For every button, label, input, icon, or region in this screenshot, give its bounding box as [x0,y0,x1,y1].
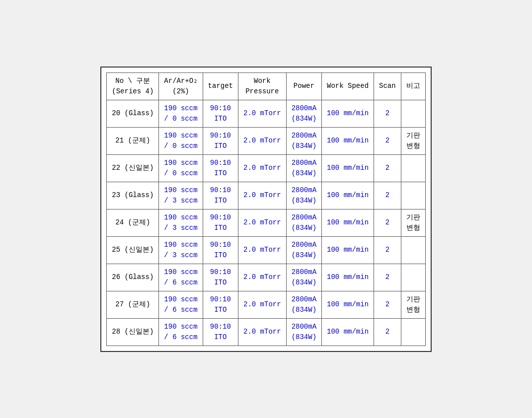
cell-power: 2800mA(834W) [286,318,321,346]
header-pressure: WorkPressure [238,72,287,100]
cell-power: 2800mA(834W) [286,209,321,236]
cell-target: 90:10ITO [203,209,238,236]
cell-note [401,264,425,291]
cell-note: 기판 변형 [401,127,425,154]
cell-speed: 100 mm/min [322,182,374,209]
cell-scan: 2 [374,236,401,264]
cell-scan: 2 [374,182,401,209]
cell-note [401,182,425,209]
cell-scan: 2 [374,264,401,291]
cell-no: 26 (Glass) [107,264,159,291]
cell-target: 90:10ITO [203,182,238,209]
cell-no: 21 (군제) [107,127,159,154]
cell-speed: 100 mm/min [322,154,374,182]
cell-speed: 100 mm/min [322,127,374,154]
cell-speed: 100 mm/min [322,236,374,264]
cell-pressure: 2.0 mTorr [238,291,287,318]
table-row: 25 (신일본)190 sccm/ 3 sccm90:10ITO2.0 mTor… [107,236,425,264]
cell-scan: 2 [374,127,401,154]
cell-note: 기판 변형 [401,209,425,236]
cell-pressure: 2.0 mTorr [238,264,287,291]
header-scan: Scan [374,72,401,100]
cell-target: 90:10ITO [203,127,238,154]
cell-target: 90:10ITO [203,318,238,346]
header-no: No \ 구분(Series 4) [107,72,159,100]
cell-no: 28 (신일본) [107,318,159,346]
cell-ar: 190 sccm/ 3 sccm [159,209,203,236]
table-row: 28 (신일본)190 sccm/ 6 sccm90:10ITO2.0 mTor… [107,318,425,346]
cell-target: 90:10ITO [203,236,238,264]
cell-ar: 190 sccm/ 6 sccm [159,264,203,291]
table-row: 27 (군제)190 sccm/ 6 sccm90:10ITO2.0 mTorr… [107,291,425,318]
header-row: No \ 구분(Series 4) Ar/Ar+O₂(2%) target Wo… [107,72,425,100]
cell-ar: 190 sccm/ 0 sccm [159,127,203,154]
cell-target: 90:10ITO [203,291,238,318]
cell-ar: 190 sccm/ 0 sccm [159,100,203,127]
cell-note [401,154,425,182]
cell-speed: 100 mm/min [322,291,374,318]
cell-note [401,100,425,127]
cell-power: 2800mA(834W) [286,127,321,154]
cell-scan: 2 [374,209,401,236]
header-target: target [203,72,238,100]
table-row: 22 (신일본)190 sccm/ 0 sccm90:10ITO2.0 mTor… [107,154,425,182]
cell-speed: 100 mm/min [322,264,374,291]
header-note: 비고 [401,72,425,100]
cell-speed: 100 mm/min [322,100,374,127]
table-row: 24 (군제)190 sccm/ 3 sccm90:10ITO2.0 mTorr… [107,209,425,236]
table-row: 23 (Glass)190 sccm/ 3 sccm90:10ITO2.0 mT… [107,182,425,209]
cell-pressure: 2.0 mTorr [238,209,287,236]
cell-power: 2800mA(834W) [286,182,321,209]
header-power: Power [286,72,321,100]
cell-ar: 190 sccm/ 3 sccm [159,236,203,264]
cell-pressure: 2.0 mTorr [238,236,287,264]
cell-no: 20 (Glass) [107,100,159,127]
cell-scan: 2 [374,154,401,182]
cell-pressure: 2.0 mTorr [238,318,287,346]
cell-power: 2800mA(834W) [286,291,321,318]
cell-no: 23 (Glass) [107,182,159,209]
main-container: No \ 구분(Series 4) Ar/Ar+O₂(2%) target Wo… [100,67,431,352]
cell-ar: 190 sccm/ 6 sccm [159,291,203,318]
cell-speed: 100 mm/min [322,318,374,346]
header-speed: Work Speed [322,72,374,100]
table-row: 26 (Glass)190 sccm/ 6 sccm90:10ITO2.0 mT… [107,264,425,291]
cell-power: 2800mA(834W) [286,236,321,264]
cell-no: 24 (군제) [107,209,159,236]
cell-target: 90:10ITO [203,264,238,291]
cell-no: 27 (군제) [107,291,159,318]
cell-no: 22 (신일본) [107,154,159,182]
cell-scan: 2 [374,291,401,318]
cell-ar: 190 sccm/ 6 sccm [159,318,203,346]
cell-ar: 190 sccm/ 3 sccm [159,182,203,209]
cell-target: 90:10ITO [203,154,238,182]
cell-power: 2800mA(834W) [286,100,321,127]
data-table: No \ 구분(Series 4) Ar/Ar+O₂(2%) target Wo… [106,72,425,346]
cell-ar: 190 sccm/ 0 sccm [159,154,203,182]
cell-no: 25 (신일본) [107,236,159,264]
cell-note [401,236,425,264]
cell-pressure: 2.0 mTorr [238,100,287,127]
cell-pressure: 2.0 mTorr [238,182,287,209]
cell-scan: 2 [374,100,401,127]
table-row: 20 (Glass)190 sccm/ 0 sccm90:10ITO2.0 mT… [107,100,425,127]
cell-note [401,318,425,346]
cell-power: 2800mA(834W) [286,264,321,291]
table-row: 21 (군제)190 sccm/ 0 sccm90:10ITO2.0 mTorr… [107,127,425,154]
cell-power: 2800mA(834W) [286,154,321,182]
cell-note: 기판 변형 [401,291,425,318]
cell-target: 90:10ITO [203,100,238,127]
header-ar: Ar/Ar+O₂(2%) [159,72,203,100]
cell-pressure: 2.0 mTorr [238,154,287,182]
cell-scan: 2 [374,318,401,346]
cell-speed: 100 mm/min [322,209,374,236]
cell-pressure: 2.0 mTorr [238,127,287,154]
